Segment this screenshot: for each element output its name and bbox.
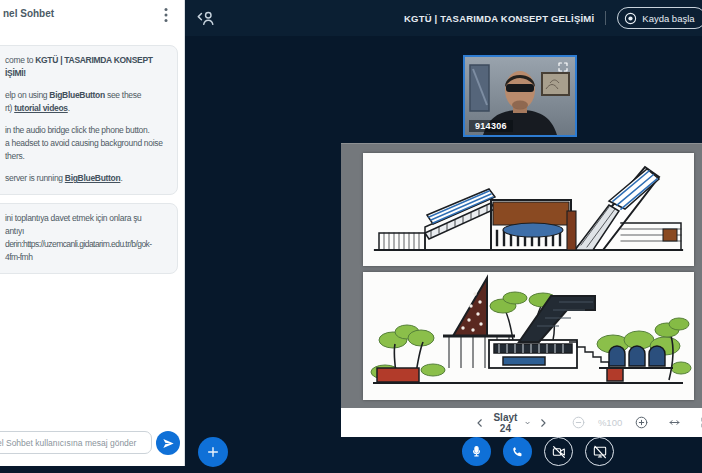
public-chat-panel: nel Sohbet come to KGTÜ | TASARIMDA KONS… (0, 0, 185, 466)
send-message-button[interactable] (156, 431, 180, 455)
bigbluebutton-link[interactable]: BigBlueButton (65, 173, 121, 183)
slide-image-bottom (363, 272, 694, 400)
architecture-section-sketch (363, 153, 694, 266)
welcome-line: come to KGTÜ | TASARIMDA KONSEPT (5, 54, 171, 67)
slide-label: Slayt 24 (492, 412, 519, 434)
slide-select-dropdown[interactable]: Slayt 24 (489, 412, 534, 434)
mute-microphone-button[interactable] (462, 437, 491, 466)
phone-icon (510, 444, 525, 459)
invite-link-line: derin:https://uzemcanli.gidatarim.edu.tr… (5, 238, 171, 251)
chat-title: nel Sohbet (3, 8, 54, 19)
zoom-in-button[interactable] (631, 415, 652, 430)
plus-circle-icon (634, 415, 649, 430)
slide-image-top (363, 153, 694, 266)
plus-icon (205, 444, 221, 460)
kebab-menu-icon (158, 6, 174, 24)
chat-options-button[interactable] (158, 6, 174, 24)
share-screen-button[interactable] (585, 437, 614, 466)
minus-circle-icon (571, 415, 586, 430)
record-label: Kayda başla (642, 13, 694, 24)
actions-plus-button[interactable] (198, 437, 228, 467)
invite-line: ini toplantıya davet etmek için onlara ş… (5, 212, 171, 225)
screenshare-off-icon (592, 444, 608, 460)
tutorial-videos-link[interactable]: tutorial videos (14, 103, 68, 113)
expand-icon (557, 61, 569, 73)
architecture-elevation-sketch (363, 272, 694, 400)
welcome-message-card: come to KGTÜ | TASARIMDA KONSEPT İŞİMİ! … (0, 45, 178, 195)
presentation-area[interactable] (341, 143, 702, 408)
invite-line: antıyı (5, 225, 171, 238)
share-webcam-button[interactable] (544, 437, 573, 466)
record-icon (624, 12, 637, 25)
welcome-line: İŞİMİ! (5, 67, 171, 80)
webcam-user-label: 914306 (469, 120, 513, 132)
webcam-off-icon (551, 444, 567, 460)
title-divider (605, 11, 606, 25)
webcam-fullscreen-button[interactable] (557, 59, 573, 75)
chevron-left-icon (474, 417, 486, 429)
start-recording-button[interactable]: Kayda başla (617, 7, 702, 29)
microphone-icon (469, 444, 484, 459)
invite-link-line: 4fm-fmh (5, 251, 171, 264)
meeting-title: KGTÜ | TASARIMDA KONSEPT GELİŞİMİ (404, 13, 594, 24)
presentation-toolbar: Slayt 24 %100 (341, 408, 702, 437)
chevron-down-icon (524, 418, 531, 428)
fit-width-icon (667, 416, 682, 429)
top-bar: KGTÜ | TASARIMDA KONSEPT GELİŞİMİ Kayda … (185, 0, 702, 36)
zoom-level: %100 (598, 417, 622, 428)
audio-line: a headset to avoid causing background no… (5, 137, 171, 150)
action-bar (462, 437, 614, 466)
invite-message-card: ini toplantıya davet etmek için onlara ş… (0, 203, 178, 274)
fullscreen-presentation-button[interactable] (697, 416, 702, 429)
chat-header: nel Sohbet (0, 0, 184, 30)
help-line: elp on using BigBlueButton see these (5, 89, 171, 102)
title-group: KGTÜ | TASARIMDA KONSEPT GELİŞİMİ Kayda … (404, 0, 702, 36)
zoom-out-button[interactable] (568, 415, 589, 430)
send-icon (162, 437, 175, 450)
server-line: server is running BigBlueButton. (5, 172, 171, 185)
audio-line: thers. (5, 150, 171, 163)
chat-message-input[interactable] (0, 431, 152, 454)
next-slide-button[interactable] (534, 417, 552, 429)
user-list-icon (195, 8, 217, 28)
webcam-tile[interactable]: 914306 (463, 55, 577, 137)
previous-slide-button[interactable] (471, 417, 489, 429)
leave-audio-button[interactable] (503, 437, 532, 466)
fit-width-button[interactable] (664, 416, 685, 429)
help-line: rt) tutorial videos. (5, 102, 171, 115)
chevron-right-icon (537, 417, 549, 429)
audio-line: in the audio bridge click the phone butt… (5, 124, 171, 137)
toggle-userlist-button[interactable] (195, 8, 217, 28)
